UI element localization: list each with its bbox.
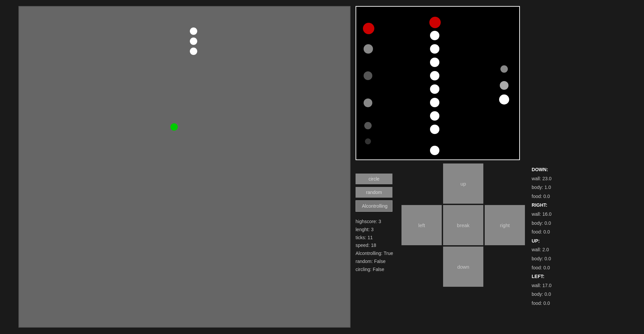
right-button[interactable]: right: [485, 205, 525, 245]
vision-dot-right-0: [500, 65, 508, 73]
dpad-empty-4: [485, 247, 525, 287]
vision-dot-left-2: [364, 71, 372, 80]
vision-dot-center-6: [430, 111, 439, 121]
vision-dot-center-4: [430, 84, 439, 94]
right-panel: circle random Alcontrolling highscore: 3…: [351, 0, 644, 334]
left-wall: wall: 17.0: [532, 281, 551, 290]
vision-dot-left-1: [364, 44, 373, 54]
up-direction-label: UP:: [532, 237, 551, 246]
up-button[interactable]: up: [443, 163, 483, 204]
speed-stat: speed: 18: [356, 242, 393, 250]
right-body: body: 0.0: [532, 219, 551, 228]
down-wall: wall: 23.0: [532, 174, 551, 183]
alcontrolling-stat: Alcontrolling: True: [356, 250, 393, 258]
vision-dot-left-0: [363, 23, 374, 34]
vision-dot-center-red: [429, 17, 441, 28]
controls-area: circle random Alcontrolling highscore: 3…: [356, 163, 644, 308]
highscore-stat: highscore: 3: [356, 218, 393, 226]
circling-stat: circling: False: [356, 266, 393, 274]
up-wall: wall: 2.0: [532, 245, 551, 254]
up-food: food: 0.0: [532, 263, 551, 272]
vision-dot-left-4: [364, 122, 372, 129]
vision-dot-center-2: [430, 58, 439, 67]
snake-dot-1: [190, 38, 197, 45]
vision-dot-right-2: [499, 94, 509, 105]
lenght-stat: lenght: 3: [356, 226, 393, 234]
snake-dot-0: [190, 27, 197, 35]
dpad-empty-2: [485, 163, 525, 204]
alcontrolling-button[interactable]: Alcontrolling: [356, 200, 392, 212]
random-button[interactable]: random: [356, 187, 392, 198]
circle-button[interactable]: circle: [356, 174, 392, 184]
right-direction-label: RIGHT:: [532, 201, 551, 210]
food-dot: [170, 123, 178, 131]
vision-dot-left-3: [364, 98, 372, 107]
dpad-empty-3: [401, 247, 442, 287]
vision-dot-right-1: [500, 81, 508, 90]
snake-dot-2: [190, 48, 197, 55]
down-food: food: 0.0: [532, 192, 551, 201]
game-area: [18, 6, 351, 328]
vision-dot-center-5: [430, 98, 439, 107]
left-body: body: 0.0: [532, 290, 551, 299]
down-button[interactable]: down: [443, 247, 483, 287]
up-body: body: 0.0: [532, 254, 551, 263]
left-button[interactable]: left: [401, 205, 442, 245]
break-button[interactable]: break: [443, 205, 483, 245]
main-container: circle random Alcontrolling highscore: 3…: [0, 0, 644, 334]
vision-dot-left-5: [365, 138, 371, 144]
vision-dot-center-7: [430, 125, 439, 134]
vision-dot-center-3: [430, 71, 439, 80]
vision-grid: [356, 6, 520, 160]
dpad-empty-1: [401, 163, 442, 204]
down-body: body: 1.0: [532, 183, 551, 192]
dpad: up left break right down: [401, 163, 525, 308]
random-stat: random: False: [356, 258, 393, 266]
ticks-stat: ticks: 11: [356, 234, 393, 242]
right-wall: wall: 16.0: [532, 210, 551, 219]
left-food: food: 0.0: [532, 299, 551, 308]
vision-dot-center-1: [430, 44, 439, 54]
vision-dot-center-8: [430, 146, 439, 155]
down-direction-label: DOWN:: [532, 165, 551, 174]
vision-dot-center-0: [430, 31, 439, 40]
right-stats: DOWN: wall: 23.0 body: 1.0 food: 0.0 RIG…: [532, 165, 551, 308]
right-food: food: 0.0: [532, 227, 551, 237]
stats-panel: highscore: 3 lenght: 3 ticks: 11 speed: …: [356, 218, 393, 274]
left-direction-label: LEFT:: [532, 272, 551, 281]
left-controls: circle random Alcontrolling highscore: 3…: [356, 174, 393, 308]
